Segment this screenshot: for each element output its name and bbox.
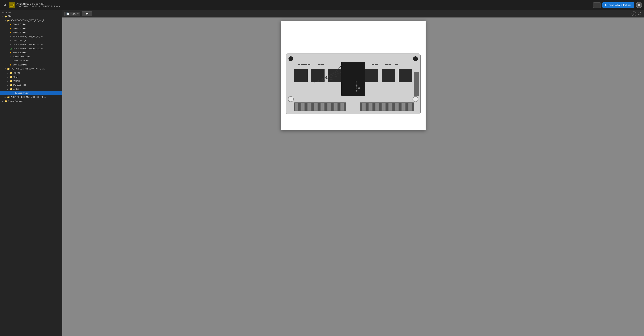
svg-rect-77	[377, 103, 378, 110]
breadcrumb-current: Release	[54, 5, 60, 7]
svg-rect-32	[310, 103, 311, 110]
svg-rect-93	[396, 103, 397, 110]
svg-rect-49	[330, 103, 331, 110]
svg-rect-90	[392, 103, 393, 110]
sidebar-item-sheet5[interactable]: ■ Sheet5.SchDoc	[0, 30, 62, 34]
svg-rect-95	[398, 103, 399, 110]
file-yellow-icon: ■	[10, 51, 12, 54]
svg-rect-115	[375, 64, 378, 65]
svg-rect-22	[298, 103, 299, 110]
svg-rect-74	[374, 103, 374, 110]
svg-rect-48	[329, 103, 330, 110]
caret-ipc2581	[6, 84, 9, 86]
file-white-icon: ▪	[10, 39, 12, 42]
svg-rect-101	[406, 103, 406, 110]
svg-rect-94	[397, 103, 398, 110]
page-label: Page 1	[70, 13, 76, 15]
svg-rect-70	[369, 103, 370, 110]
sidebar-item-reports[interactable]: 📁 Reports	[0, 71, 62, 75]
user-avatar[interactable]	[636, 2, 642, 8]
svg-rect-84	[386, 103, 386, 110]
sidebar-item-fabrication-pdf[interactable]: ▪ Fabrication.pdf	[0, 91, 62, 95]
svg-rect-26	[303, 103, 304, 110]
header-actions: ··· Send to Manufacturer	[593, 2, 642, 8]
sidebar-item-ascii[interactable]: 📁 ASCII	[0, 75, 62, 79]
back-button[interactable]: ◀	[2, 2, 7, 7]
sidebar-item-assembly-outjob[interactable]: ▪ Assembly.OutJob	[0, 59, 62, 63]
svg-rect-47	[328, 103, 329, 110]
svg-rect-40	[320, 103, 320, 110]
sidebar-item-ncdrill[interactable]: 📁 NC Drill	[0, 79, 62, 83]
sidebar-item-sheet3[interactable]: ■ Sheet3.SchDoc	[0, 26, 62, 30]
sidebar-item-fab-folder[interactable]: 📁 FAB-PC4-SODIMM_V200_RC_A1_2...	[0, 67, 62, 71]
folder-icon: 📁	[10, 84, 12, 86]
page-caret-icon: ▾	[78, 13, 78, 15]
send-to-manufacturer-button[interactable]: Send to Manufacturer	[602, 2, 634, 8]
content-toolbar: 📄 Page 1 ▾ PDF ℹ	[62, 10, 644, 17]
info-button[interactable]: ℹ	[632, 11, 636, 16]
sidebar-item-pc4-pcb2[interactable]: ▪ PC4-SODIMM_V200_RC_A1_20...	[0, 42, 62, 47]
sidebar-item-pc4-pcb3[interactable]: ⊞ PC4-SODIMM_V200_RC_A1_20...	[0, 47, 62, 51]
svg-rect-67	[366, 103, 366, 110]
pc4-pcb3-label: PC4-SODIMM_V200_RC_A1_20...	[13, 47, 60, 50]
sheet5-label: Sheet5.SchDoc	[13, 31, 60, 34]
pdf-area[interactable]: PC4-SODIMM	[62, 17, 644, 336]
caret-design-snapshot	[2, 100, 4, 102]
svg-rect-45	[326, 103, 326, 110]
svg-rect-46	[327, 103, 328, 110]
svg-rect-29	[307, 103, 308, 110]
svg-rect-112	[318, 64, 320, 65]
tab-pdf[interactable]: PDF	[82, 11, 92, 16]
svg-rect-100	[404, 103, 405, 110]
caret-files	[2, 15, 4, 17]
svg-rect-54	[336, 103, 337, 110]
caret-src	[4, 19, 6, 21]
svg-point-8	[288, 96, 294, 102]
svg-rect-76	[376, 103, 377, 110]
svg-point-121	[358, 87, 360, 89]
header-title: Altium Concord Pro on A365 PC4-SODIMM_V2…	[16, 3, 592, 7]
svg-rect-79	[380, 103, 380, 110]
sidebar-item-specialstrings[interactable]: ▪ .SpecialStrings	[0, 38, 62, 42]
main-layout: RELEASE 📁 Files 📁 SRC-PC4-SODIMM_V200_RC…	[0, 10, 644, 336]
sidebar-item-fabrication-outjob[interactable]: ▪ Fabrication.OutJob	[0, 55, 62, 59]
svg-rect-25	[302, 103, 303, 110]
svg-rect-81	[382, 103, 383, 110]
sidebar-item-gerber[interactable]: 📁 Gerber	[0, 87, 62, 91]
file-white-icon: ▪	[10, 59, 12, 62]
svg-rect-17	[341, 62, 365, 96]
sidebar-item-design-snapshot[interactable]: 📁 Design Snapshot	[0, 99, 62, 103]
page-selector[interactable]: 📄 Page 1 ▾	[64, 11, 80, 16]
sidebar-item-sheet2[interactable]: ■ Sheet2.SchDoc	[0, 22, 62, 26]
svg-rect-35	[314, 103, 314, 110]
sidebar-item-files[interactable]: 📁 Files	[0, 14, 62, 18]
svg-rect-71	[370, 103, 371, 110]
svg-rect-56	[339, 103, 339, 110]
app-header: ◀ Altium Concord Pro on A365 PC4-SODIMM_…	[0, 0, 644, 10]
fabrication-pdf-label: Fabrication.pdf	[15, 92, 60, 94]
svg-point-4	[638, 4, 640, 5]
expand-button[interactable]	[638, 11, 642, 16]
pcb-diagram: PC4-SODIMM	[284, 52, 422, 116]
breadcrumb: PC4-SODIMM_V200_RC_A1_20141015_2 / Relea…	[16, 5, 592, 7]
svg-rect-28	[306, 103, 306, 110]
sidebar-item-pcba-folder[interactable]: 📁 PCBA-PC4-SODIMM_V200_RC_A1_...	[0, 95, 62, 99]
sidebar-item-ipc2581[interactable]: 📁 IPC-2581 Files	[0, 83, 62, 87]
svg-rect-98	[402, 103, 403, 110]
folder-icon: 📁	[10, 80, 12, 82]
svg-rect-117	[388, 64, 391, 65]
sheet4-label: Sheet4.SchDoc	[13, 51, 60, 54]
svg-rect-105	[410, 103, 411, 110]
svg-point-9	[413, 96, 418, 102]
sidebar-item-pc4-pcb1[interactable]: ▪ PC4-SODIMM_V200_RC_A1_20...	[0, 34, 62, 38]
sidebar-item-sheet4[interactable]: ■ Sheet4.SchDoc	[0, 51, 62, 55]
svg-rect-36	[315, 103, 316, 110]
sidebar-item-sheet1[interactable]: ■ Sheet1.SchDoc	[0, 63, 62, 67]
sheet1-label: Sheet1.SchDoc	[13, 64, 60, 66]
svg-rect-102	[407, 103, 408, 110]
svg-rect-73	[372, 103, 373, 110]
svg-rect-24	[301, 103, 302, 110]
svg-rect-65	[363, 103, 364, 110]
sidebar-item-src-folder[interactable]: 📁 SRC-PC4-SODIMM_V200_RC_A1_2...	[0, 18, 62, 22]
more-button[interactable]: ···	[593, 2, 601, 8]
